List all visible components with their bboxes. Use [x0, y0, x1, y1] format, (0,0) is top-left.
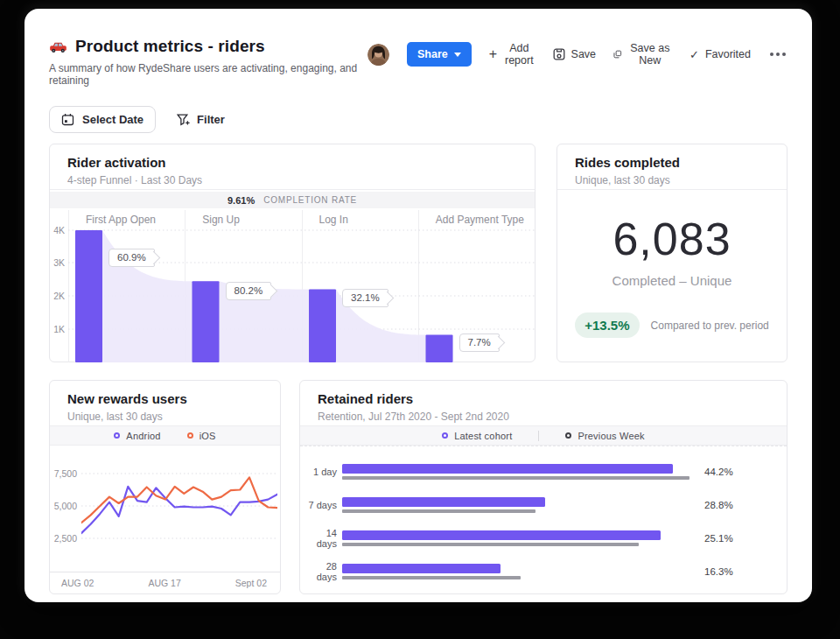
- select-date-button[interactable]: Select Date: [49, 106, 156, 133]
- save-button[interactable]: Save: [553, 48, 597, 60]
- add-report-button[interactable]: + Add report: [489, 42, 536, 67]
- funnel-plot[interactable]: 4K3K2K1K60.9%80.2%32.1%7.7%: [68, 229, 535, 362]
- legend-label: Andriod: [126, 431, 160, 441]
- y-axis-tick: 4K: [50, 225, 65, 235]
- new-rewards-users-card: New rewards users Unique, last 30 days A…: [49, 380, 281, 594]
- save-icon: [553, 48, 565, 60]
- retention-bar-previous: [342, 476, 690, 480]
- retention-bar-current: [342, 564, 500, 573]
- more-options-icon[interactable]: [768, 49, 788, 60]
- legend-item-andriod[interactable]: Andriod: [114, 431, 160, 441]
- metric-value: 6,083: [612, 213, 731, 265]
- legend-item-latest-cohort[interactable]: Latest cohort: [442, 431, 512, 441]
- x-axis-labels: AUG 02AUG 17Sept 02: [50, 572, 280, 593]
- retention-bar-previous: [342, 509, 536, 513]
- legend-ring-icon: [114, 432, 120, 439]
- metric-label: Completed – Unique: [612, 273, 732, 288]
- legend-label: iOS: [200, 431, 216, 441]
- title-block: Product metrics - riders A summary of ho…: [49, 37, 368, 87]
- retention-row: 14 days25.1%: [300, 522, 787, 555]
- retention-bar-previous: [342, 543, 639, 546]
- conversion-rate-badge: 80.2%: [226, 282, 272, 300]
- page-subtitle: A summary of how RydeShare users are act…: [49, 62, 368, 87]
- retention-row-label: 1 day: [305, 467, 337, 477]
- y-axis-tick: 2,500: [50, 533, 77, 544]
- legend-divider: [538, 431, 539, 441]
- retention-row-value: 44.2%: [692, 467, 767, 477]
- card-subtitle: Retention, Jul 27th 2020 - Sept 2nd 2020: [318, 411, 769, 423]
- legend-ring-icon: [565, 432, 571, 439]
- funnel-step-header: Log In: [302, 210, 418, 229]
- retention-row-label: 7 days: [305, 500, 337, 510]
- card-title: Rider activation: [67, 155, 517, 170]
- top-bar: Product metrics - riders A summary of ho…: [49, 9, 788, 87]
- retention-bar-current: [342, 464, 673, 474]
- car-icon: [49, 40, 67, 53]
- dashboard-canvas: Product metrics - riders A summary of ho…: [24, 9, 812, 602]
- legend-item-ios[interactable]: iOS: [187, 431, 216, 441]
- card-subtitle: 4-step Funnel · Last 30 Days: [67, 174, 517, 186]
- filter-button[interactable]: Filter: [177, 113, 225, 126]
- chevron-down-icon: [454, 53, 461, 57]
- y-axis-tick: 3K: [50, 257, 65, 268]
- share-button[interactable]: Share: [407, 42, 472, 67]
- copy-icon: [613, 48, 622, 60]
- retention-bar-current: [342, 530, 661, 540]
- favorited-button[interactable]: ✓ Favorited: [690, 48, 751, 61]
- legend-label: Latest cohort: [454, 431, 512, 441]
- retention-row-value: 25.1%: [692, 533, 767, 544]
- toolbar: Share + Add report Save Sa: [368, 42, 788, 67]
- conversion-rate-badge: 60.9%: [108, 249, 155, 267]
- delta-badge: +13.5%: [575, 312, 639, 338]
- retention-bar-previous: [342, 576, 521, 579]
- y-axis-tick: 5,000: [50, 501, 77, 511]
- retention-row-value: 16.3%: [692, 566, 767, 577]
- retention-row-label: 28 days: [305, 561, 337, 582]
- retention-bar-track: [342, 530, 692, 546]
- legend-ring-icon: [187, 432, 193, 439]
- rides-completed-card: Rides completed Unique, last 30 days 6,0…: [556, 144, 788, 362]
- legend-ring-icon: [442, 432, 448, 439]
- retention-bar-track: [342, 464, 692, 480]
- line-chart[interactable]: 7,5005,0002,500: [50, 446, 280, 572]
- conversion-rate-badge: 32.1%: [342, 289, 388, 307]
- retention-row-value: 28.8%: [692, 500, 767, 510]
- retained-riders-card: Retained riders Retention, Jul 27th 2020…: [299, 380, 788, 594]
- completion-rate-value: 9.61%: [228, 195, 255, 206]
- page-title: Product metrics - riders: [75, 37, 265, 56]
- retention-row: 28 days16.3%: [300, 555, 787, 588]
- card-subtitle: Unique, last 30 days: [67, 411, 262, 423]
- user-avatar[interactable]: [368, 44, 389, 66]
- retention-row: 7 days28.8%: [300, 488, 787, 522]
- metric-body: 6,083 Completed – Unique +13.5% Compared…: [557, 190, 787, 338]
- calendar-icon: [61, 113, 74, 126]
- check-icon: ✓: [690, 48, 699, 61]
- conversion-rate-badge: 7.7%: [459, 334, 500, 352]
- retention-bar-track: [342, 497, 692, 513]
- funnel-step-header: First App Open: [68, 210, 185, 229]
- card-title: Rides completed: [575, 155, 769, 170]
- save-as-new-button[interactable]: Save as New: [613, 42, 672, 67]
- card-header: Retained riders Retention, Jul 27th 2020…: [300, 381, 787, 426]
- legend-label: Previous Week: [578, 431, 644, 441]
- card-header: Rides completed Unique, last 30 days: [557, 144, 787, 190]
- retention-bar-current: [342, 497, 545, 507]
- legend-item-previous-week[interactable]: Previous Week: [565, 431, 644, 441]
- card-header: Rider activation 4-step Funnel · Last 30…: [50, 144, 535, 190]
- funnel-step-header: Sign Up: [185, 210, 301, 229]
- card-title: Retained riders: [318, 391, 769, 406]
- retention-row: 1 day44.2%: [300, 455, 787, 488]
- card-title: New rewards users: [67, 391, 262, 406]
- completion-rate-label: COMPLETION RATE: [263, 195, 357, 205]
- rewards-legend: AndriodiOS: [50, 426, 280, 446]
- rider-activation-card: Rider activation 4-step Funnel · Last 30…: [49, 144, 536, 362]
- retention-bar-track: [342, 564, 692, 579]
- funnel-chart: First App OpenSign UpLog InAdd Payment T…: [68, 210, 535, 362]
- retention-rows: 1 day44.2%7 days28.8%14 days25.1%28 days…: [300, 446, 787, 588]
- card-header: New rewards users Unique, last 30 days: [50, 381, 280, 426]
- x-axis-tick: Sept 02: [235, 578, 267, 588]
- delta-note: Compared to prev. period: [651, 320, 769, 332]
- y-axis-tick: 7,500: [50, 468, 77, 479]
- x-axis-tick: AUG 17: [148, 578, 180, 588]
- funnel-step-header: Add Payment Type: [418, 210, 535, 229]
